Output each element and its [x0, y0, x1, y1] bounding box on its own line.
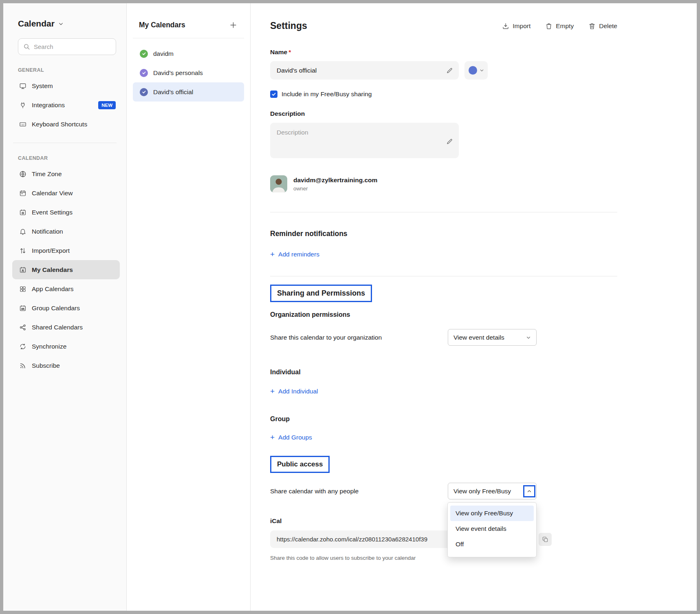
name-input[interactable]: [270, 61, 459, 80]
description-label: Description: [270, 110, 617, 117]
sidebar-item-label: Import/Export: [32, 247, 70, 254]
name-label: Name*: [270, 49, 617, 56]
subscribe-icon: [19, 362, 26, 369]
sidebar-item-label: Group Calendars: [32, 305, 80, 312]
my-calendars-icon: [19, 266, 26, 274]
event-settings-icon: [19, 209, 26, 216]
sidebar-item-label: Keyboard Shortcuts: [32, 121, 87, 128]
dropdown-option-view-only-freebusy[interactable]: View only Free/Busy: [450, 506, 534, 521]
sidebar-item-integrations[interactable]: Integrations NEW: [12, 95, 120, 115]
sync-icon: [19, 343, 26, 350]
copy-icon: [542, 536, 548, 543]
sidebar-item-label: Synchronize: [32, 343, 66, 350]
owner-email: davidm@zylkertraining.com: [293, 177, 377, 184]
delete-label: Delete: [599, 22, 617, 30]
app-window: Calendar GENERAL System: [3, 3, 697, 611]
add-individual-button[interactable]: + Add Individual: [270, 387, 318, 395]
divider: [270, 276, 617, 276]
search-box[interactable]: [18, 38, 116, 55]
plus-icon: +: [270, 433, 275, 441]
edit-pencil-icon[interactable]: [446, 138, 453, 145]
empty-icon: [545, 22, 553, 30]
chevron-down-icon: [526, 335, 531, 340]
delete-button[interactable]: Delete: [588, 22, 617, 30]
sidebar-item-label: Time Zone: [32, 170, 62, 178]
calendar-list-item-davidm[interactable]: davidm: [133, 44, 244, 63]
empty-button[interactable]: Empty: [545, 22, 574, 30]
group-calendars-icon: [19, 305, 26, 312]
public-access-dropdown-menu: View only Free/Busy View event details O…: [447, 502, 537, 557]
sidebar-item-label: App Calendars: [32, 285, 74, 293]
sidebar-item-event-settings[interactable]: Event Settings: [12, 203, 120, 222]
sidebar-item-import-export[interactable]: Import/Export: [12, 241, 120, 260]
calendar-check-icon: [140, 88, 148, 96]
settings-nav-panel: Calendar GENERAL System: [3, 3, 127, 611]
sidebar-item-notification[interactable]: Notification: [12, 222, 120, 241]
chevron-up-icon: [527, 489, 532, 494]
calendar-check-icon: [140, 50, 148, 58]
org-share-label: Share this calendar to your organization: [270, 334, 382, 341]
add-groups-button[interactable]: + Add Groups: [270, 433, 312, 441]
public-access-heading: Public access: [270, 456, 330, 473]
plus-icon: +: [270, 250, 275, 258]
freebusy-label: Include in my Free/Busy sharing: [282, 91, 372, 98]
sidebar-item-label: System: [32, 82, 53, 90]
sidebar-item-subscribe[interactable]: Subscribe: [12, 356, 120, 375]
dropdown-option-view-event-details[interactable]: View event details: [450, 521, 534, 537]
sidebar-item-label: Calendar View: [32, 190, 73, 197]
sidebar-item-synchronize[interactable]: Synchronize: [12, 337, 120, 356]
page-title: Settings: [270, 20, 307, 31]
plus-icon: [229, 21, 237, 29]
search-input[interactable]: [34, 43, 111, 50]
section-label-general: GENERAL: [18, 67, 126, 73]
public-access-select[interactable]: View only Free/Busy: [448, 483, 537, 499]
calendar-name: davidm: [153, 50, 174, 57]
freebusy-checkbox[interactable]: [270, 91, 277, 98]
new-badge: NEW: [98, 101, 116, 109]
add-groups-label: Add Groups: [278, 434, 312, 441]
reminders-heading: Reminder notifications: [270, 230, 617, 238]
sidebar-item-time-zone[interactable]: Time Zone: [12, 164, 120, 183]
app-title: Calendar: [18, 19, 55, 29]
sidebar-item-group-calendars[interactable]: Group Calendars: [12, 298, 120, 318]
monitor-icon: [19, 82, 26, 90]
calendar-list-item-davids-personals[interactable]: David's personals: [133, 63, 244, 82]
public-access-value: View only Free/Busy: [453, 488, 511, 495]
sidebar-item-label: Integrations: [32, 102, 65, 109]
description-input[interactable]: [270, 123, 459, 158]
avatar: [270, 175, 287, 192]
calendar-view-icon: [19, 190, 26, 197]
trash-icon: [588, 22, 596, 30]
org-permission-select[interactable]: View event details: [448, 329, 537, 346]
edit-pencil-icon[interactable]: [446, 67, 453, 74]
app-calendars-icon: [19, 285, 26, 293]
sidebar-item-label: Event Settings: [32, 209, 73, 216]
sharing-permissions-heading: Sharing and Permissions: [270, 285, 372, 302]
chevron-down-icon[interactable]: [58, 21, 64, 27]
sidebar-item-app-calendars[interactable]: App Calendars: [12, 279, 120, 298]
add-reminders-button[interactable]: + Add reminders: [270, 250, 319, 258]
owner-role: owner: [293, 186, 377, 192]
owner-row: davidm@zylkertraining.com owner: [270, 175, 617, 192]
public-share-label: Share calendar with any people: [270, 488, 359, 495]
dropdown-option-off[interactable]: Off: [450, 537, 534, 552]
bell-icon: [19, 228, 26, 235]
add-calendar-button[interactable]: [229, 20, 238, 30]
sidebar-section-calendar: CALENDAR Time Zone Calendar View Event S…: [3, 155, 126, 375]
select-toggle-highlight[interactable]: [523, 485, 535, 497]
copy-ical-button[interactable]: [539, 533, 552, 546]
import-label: Import: [513, 22, 531, 30]
shared-calendars-icon: [19, 324, 26, 331]
sidebar-item-shared-calendars[interactable]: Shared Calendars: [12, 318, 120, 337]
sidebar-item-label: My Calendars: [32, 266, 73, 274]
sidebar-item-calendar-view[interactable]: Calendar View: [12, 183, 120, 203]
calendar-list-item-davids-official[interactable]: David's official: [133, 82, 244, 102]
sidebar-item-keyboard-shortcuts[interactable]: Keyboard Shortcuts: [12, 115, 120, 134]
sidebar-item-system[interactable]: System: [12, 76, 120, 95]
sidebar-item-my-calendars[interactable]: My Calendars: [12, 260, 120, 279]
import-button[interactable]: Import: [502, 22, 531, 30]
search-icon: [23, 43, 30, 50]
calendar-color-picker[interactable]: [464, 61, 488, 80]
sidebar-item-label: Notification: [32, 228, 63, 235]
individual-heading: Individual: [270, 369, 617, 376]
